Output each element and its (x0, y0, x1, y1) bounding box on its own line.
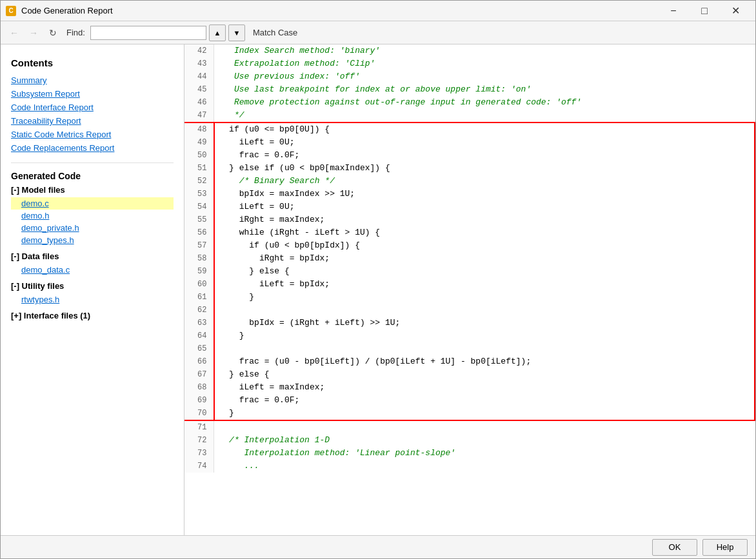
line-code: iLeft = maxIndex; (214, 381, 755, 394)
line-code: /* Binary Search */ (214, 175, 755, 188)
table-row: 60 iLeft = bpIdx; (184, 278, 755, 291)
line-code: bpIdx = maxIndex >> 1U; (214, 188, 755, 201)
window-title: Code Generation Report (21, 6, 113, 15)
line-code: */ (214, 109, 755, 123)
line-number: 48 (184, 123, 214, 136)
data-files-title[interactable]: [-] Data files (11, 251, 174, 261)
table-row: 54 iLeft = 0U; (184, 201, 755, 213)
model-files-section: [-] Model files demo.c demo.h demo_priva… (11, 185, 174, 246)
title-bar: C Code Generation Report − □ ✕ (1, 1, 755, 21)
ok-button[interactable]: OK (652, 539, 697, 556)
line-code: Extrapolation method: 'Clip' (214, 57, 755, 70)
line-code: iLeft = 0U; (214, 201, 755, 213)
help-button[interactable]: Help (702, 539, 748, 556)
table-row: 68 iLeft = maxIndex; (184, 381, 755, 394)
forward-button[interactable]: → (25, 25, 42, 41)
find-next-button[interactable]: ▼ (228, 25, 245, 41)
line-number: 59 (184, 265, 214, 278)
table-row: 61 } (184, 291, 755, 304)
line-number: 55 (184, 213, 214, 226)
file-demo-types-h[interactable]: demo_types.h (11, 234, 174, 246)
line-code: bpIdx = (iRght + iLeft) >> 1U; (214, 317, 755, 329)
line-code: frac = (u0 - bp0[iLeft]) / (bp0[iLeft + … (214, 355, 755, 368)
line-code: ... (214, 460, 755, 473)
line-number: 43 (184, 57, 214, 70)
find-input[interactable] (90, 26, 206, 40)
file-demo-h[interactable]: demo.h (11, 210, 174, 222)
match-case-label: Match Case (253, 28, 297, 37)
bottom-bar: OK Help (1, 535, 755, 558)
line-number: 49 (184, 136, 214, 149)
line-number: 50 (184, 149, 214, 162)
table-row: 67 } else { (184, 368, 755, 381)
line-number: 72 (184, 434, 214, 447)
sidebar-item-code-interface-report[interactable]: Code Interface Report (11, 101, 174, 114)
file-demo-private-h[interactable]: demo_private.h (11, 222, 174, 234)
line-code: } (214, 329, 755, 342)
window-controls: − □ ✕ (659, 1, 750, 21)
line-number: 67 (184, 368, 214, 381)
table-row: 73 Interpolation method: 'Linear point-s… (184, 447, 755, 460)
app-icon: C (6, 6, 16, 16)
line-code (214, 304, 755, 317)
table-row: 45 Use last breakpoint for index at or a… (184, 83, 755, 96)
line-code (214, 342, 755, 355)
file-rtwtypes-h[interactable]: rtwtypes.h (11, 293, 174, 306)
sidebar-item-static-code-metrics-report[interactable]: Static Code Metrics Report (11, 128, 174, 141)
line-number: 54 (184, 201, 214, 213)
file-demo-data-c[interactable]: demo_data.c (11, 264, 174, 276)
line-number: 45 (184, 83, 214, 96)
line-number: 58 (184, 252, 214, 265)
line-code: Interpolation method: 'Linear point-slop… (214, 447, 755, 460)
sidebar-item-traceability-report[interactable]: Traceability Report (11, 114, 174, 128)
table-row: 64 } (184, 329, 755, 342)
find-prev-button[interactable]: ▲ (209, 25, 226, 41)
table-row: 71 (184, 420, 755, 434)
table-row: 55 iRght = maxIndex; (184, 213, 755, 226)
sidebar-item-summary[interactable]: Summary (11, 74, 174, 87)
table-row: 72 /* Interpolation 1-D (184, 434, 755, 447)
minimize-button[interactable]: − (659, 1, 688, 21)
code-table: 42 Index Search method: 'binary'43 Extra… (184, 44, 755, 473)
line-code: iLeft = bpIdx; (214, 278, 755, 291)
close-button[interactable]: ✕ (721, 1, 750, 21)
interface-files-section: [+] Interface files (1) (11, 311, 174, 323)
sidebar-item-code-replacements-report[interactable]: Code Replacements Report (11, 141, 174, 155)
line-number: 61 (184, 291, 214, 304)
maximize-button[interactable]: □ (690, 1, 719, 21)
table-row: 43 Extrapolation method: 'Clip' (184, 57, 755, 70)
table-row: 44 Use previous index: 'off' (184, 70, 755, 83)
data-files-section: [-] Data files demo_data.c (11, 251, 174, 276)
line-number: 56 (184, 226, 214, 239)
table-row: 62 (184, 304, 755, 317)
line-number: 44 (184, 70, 214, 83)
line-code: iLeft = 0U; (214, 136, 755, 149)
line-code: } else { (214, 265, 755, 278)
sidebar-item-subsystem-report[interactable]: Subsystem Report (11, 87, 174, 101)
line-code: /* Interpolation 1-D (214, 434, 755, 447)
line-number: 60 (184, 278, 214, 291)
line-code: Remove protection against out-of-range i… (214, 96, 755, 109)
line-code: if (u0 <= bp0[0U]) { (214, 123, 755, 136)
table-row: 57 if (u0 < bp0[bpIdx]) { (184, 239, 755, 252)
table-row: 70 } (184, 407, 755, 420)
table-row: 51 } else if (u0 < bp0[maxIndex]) { (184, 162, 755, 175)
line-number: 64 (184, 329, 214, 342)
line-code: Index Search method: 'binary' (214, 44, 755, 57)
line-number: 57 (184, 239, 214, 252)
line-code: frac = 0.0F; (214, 394, 755, 407)
line-code: while (iRght - iLeft > 1U) { (214, 226, 755, 239)
back-button[interactable]: ← (6, 25, 23, 41)
file-demo-c[interactable]: demo.c (11, 197, 174, 210)
line-code (214, 420, 755, 434)
interface-files-title[interactable]: [+] Interface files (1) (11, 311, 174, 320)
find-label: Find: (66, 28, 85, 37)
table-row: 66 frac = (u0 - bp0[iLeft]) / (bp0[iLeft… (184, 355, 755, 368)
line-number: 52 (184, 175, 214, 188)
sidebar: Contents Summary Subsystem Report Code I… (1, 44, 184, 535)
model-files-title[interactable]: [-] Model files (11, 185, 174, 195)
line-code: } else if (u0 < bp0[maxIndex]) { (214, 162, 755, 175)
utility-files-title[interactable]: [-] Utility files (11, 281, 174, 291)
refresh-button[interactable]: ↻ (45, 25, 61, 41)
code-area[interactable]: 42 Index Search method: 'binary'43 Extra… (184, 44, 755, 535)
